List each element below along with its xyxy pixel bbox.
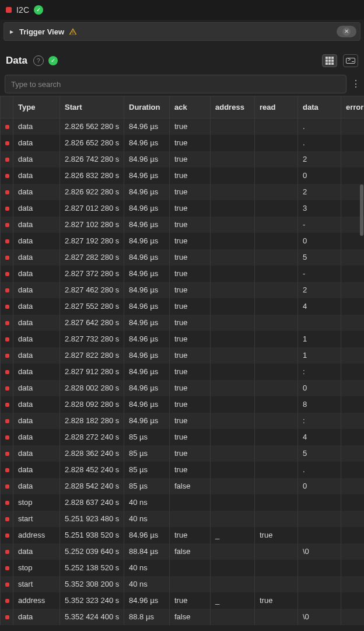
cell-address	[211, 576, 255, 592]
cell-type: data	[13, 151, 60, 168]
cell-data: 5	[298, 445, 341, 462]
table-row[interactable]: data2.828 182 280 s84.96 µstrue:	[1, 413, 365, 429]
col-duration[interactable]: Duration	[124, 96, 170, 118]
cell-type: data	[13, 168, 60, 184]
cell-data: \0	[298, 543, 341, 560]
cell-duration: 84.96 µs	[124, 184, 170, 200]
cell-read	[255, 217, 298, 233]
cell-type: data	[13, 118, 60, 135]
table-row[interactable]: start5.251 923 480 s40 ns	[1, 511, 365, 527]
table-row[interactable]: data5.252 039 640 s88.84 µsfalse\0	[1, 543, 365, 560]
col-start[interactable]: Start	[60, 96, 124, 118]
row-marker	[1, 413, 13, 429]
vertical-scrollbar[interactable]	[360, 118, 363, 630]
cell-data: 0	[298, 233, 341, 249]
row-dot-icon	[5, 190, 9, 194]
table-row[interactable]: data2.828 362 240 s85 µstrue5	[1, 445, 365, 462]
col-error[interactable]: error	[341, 96, 365, 118]
table-row[interactable]: data2.828 452 240 s85 µstrue.	[1, 462, 365, 478]
cell-read	[255, 560, 298, 576]
table-row[interactable]: data2.827 192 280 s84.96 µstrue0	[1, 233, 365, 249]
terminal-icon	[346, 58, 355, 64]
row-marker	[1, 168, 13, 184]
table-row[interactable]: address5.251 938 520 s84.96 µstrue_true	[1, 527, 365, 543]
table-row[interactable]: data2.827 282 280 s84.96 µstrue5	[1, 249, 365, 266]
row-dot-icon	[5, 256, 9, 260]
table-view-button[interactable]	[322, 54, 337, 67]
table-row[interactable]: stop5.252 138 520 s40 ns	[1, 560, 365, 576]
cell-start: 2.826 742 280 s	[60, 151, 124, 168]
table-row[interactable]: data2.828 542 240 s85 µsfalse0	[1, 478, 365, 494]
table-row[interactable]: data2.826 922 280 s84.96 µstrue2	[1, 184, 365, 200]
search-input[interactable]	[5, 75, 346, 93]
cell-type: data	[13, 380, 60, 396]
table-row[interactable]: stop2.828 637 240 s40 ns	[1, 494, 365, 511]
col-marker[interactable]	[1, 96, 13, 118]
cell-data: 2	[298, 282, 341, 298]
cell-read	[255, 184, 298, 200]
table-row[interactable]: address5.352 323 240 s84.96 µstrue_true	[1, 592, 365, 609]
cell-start: 5.251 923 480 s	[60, 511, 124, 527]
table-row[interactable]: data2.827 102 280 s84.96 µstrue-	[1, 217, 365, 233]
table-row[interactable]: data2.827 912 280 s84.96 µstrue:	[1, 364, 365, 380]
table-row[interactable]: data2.827 462 280 s84.96 µstrue2	[1, 282, 365, 298]
table-row[interactable]: data5.352 424 400 s88.8 µsfalse\0	[1, 609, 365, 625]
table-row[interactable]: data2.826 832 280 s84.96 µstrue0	[1, 168, 365, 184]
trigger-view-bar[interactable]: ▸ Trigger View ✕	[4, 22, 360, 41]
cell-duration: 84.96 µs	[124, 298, 170, 315]
row-marker	[1, 249, 13, 266]
col-type[interactable]: Type	[13, 96, 60, 118]
more-options-button[interactable]: ⋮	[351, 82, 359, 86]
table-row[interactable]: data2.828 272 240 s85 µstrue4	[1, 429, 365, 445]
cell-start: 5.352 323 240 s	[60, 592, 124, 609]
table-row[interactable]: data2.827 732 280 s84.96 µstrue1	[1, 331, 365, 347]
cell-ack: false	[170, 543, 211, 560]
table-row[interactable]: data2.827 552 280 s84.96 µstrue4	[1, 298, 365, 315]
cell-data: 0	[298, 380, 341, 396]
row-marker	[1, 217, 13, 233]
cell-start: 2.828 452 240 s	[60, 462, 124, 478]
cell-duration: 84.96 µs	[124, 200, 170, 217]
cell-data	[298, 527, 341, 543]
row-marker	[1, 609, 13, 625]
cell-type: data	[13, 543, 60, 560]
row-dot-icon	[5, 354, 9, 358]
table-row[interactable]: data2.827 372 280 s84.96 µstrue-	[1, 266, 365, 282]
row-dot-icon	[5, 370, 9, 374]
scrollbar-thumb[interactable]	[360, 184, 363, 236]
col-read[interactable]: read	[255, 96, 298, 118]
cell-duration: 84.96 µs	[124, 364, 170, 380]
table-row[interactable]: start5.352 308 200 s40 ns	[1, 576, 365, 592]
table-row[interactable]: data2.826 562 280 s84.96 µstrue.	[1, 118, 365, 135]
cell-start: 2.827 012 280 s	[60, 200, 124, 217]
cell-data: 2	[298, 151, 341, 168]
col-ack[interactable]: ack	[170, 96, 211, 118]
cell-start: 2.827 192 280 s	[60, 233, 124, 249]
table-row[interactable]: data2.828 092 280 s84.96 µstrue8	[1, 396, 365, 413]
cell-ack	[170, 511, 211, 527]
terminal-view-button[interactable]	[343, 54, 358, 67]
cell-type: start	[13, 576, 60, 592]
table-row[interactable]: data2.828 002 280 s84.96 µstrue0	[1, 380, 365, 396]
table-row[interactable]: data2.827 012 280 s84.96 µstrue3	[1, 200, 365, 217]
table-row[interactable]: data2.826 652 280 s84.96 µstrue.	[1, 135, 365, 151]
row-dot-icon	[5, 288, 9, 292]
help-icon[interactable]: ?	[33, 55, 44, 66]
col-data[interactable]: data	[298, 96, 341, 118]
cell-read	[255, 282, 298, 298]
cell-address	[211, 609, 255, 625]
cell-duration: 84.96 µs	[124, 118, 170, 135]
table-row[interactable]: data2.827 822 280 s84.96 µstrue1	[1, 347, 365, 364]
cell-duration: 88.8 µs	[124, 609, 170, 625]
cell-ack: true	[170, 217, 211, 233]
col-address[interactable]: address	[211, 96, 255, 118]
table-row[interactable]: data2.826 742 280 s84.96 µstrue2	[1, 151, 365, 168]
trigger-view-label: Trigger View	[19, 27, 64, 36]
close-trigger-button[interactable]: ✕	[337, 26, 356, 37]
table-row[interactable]: data2.827 642 280 s84.96 µstrue	[1, 315, 365, 331]
cell-start: 2.827 822 280 s	[60, 347, 124, 364]
cell-read	[255, 298, 298, 315]
cell-type: data	[13, 298, 60, 315]
cell-ack: true	[170, 592, 211, 609]
row-marker	[1, 331, 13, 347]
